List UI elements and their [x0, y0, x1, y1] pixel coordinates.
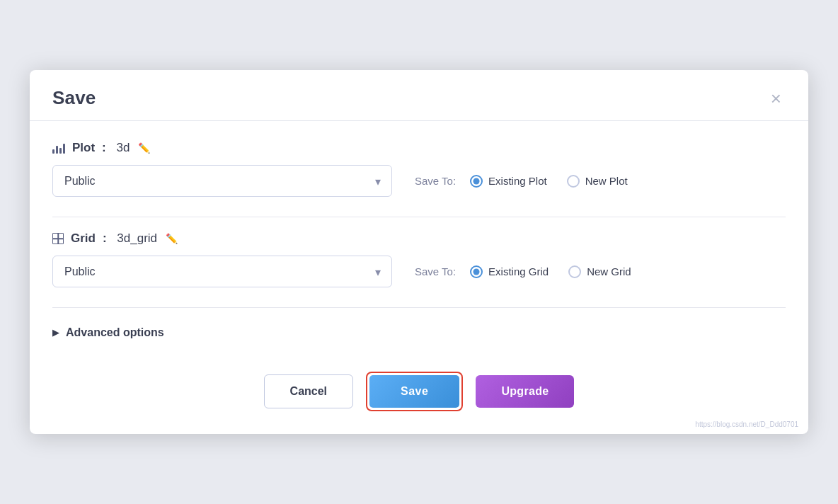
grid-edit-icon[interactable]: ✏️ — [166, 233, 178, 244]
advanced-options-label: Advanced options — [66, 326, 164, 339]
plot-existing-option[interactable]: Existing Plot — [470, 175, 547, 188]
dialog-title: Save — [52, 87, 96, 109]
plot-save-to-label: Save To: — [415, 175, 456, 187]
dialog-body: Plot: 3d ✏️ Public Private ▾ Save To: — [30, 121, 808, 360]
cancel-button[interactable]: Cancel — [264, 374, 353, 408]
grid-radio-group: Existing Grid New Grid — [470, 265, 631, 278]
save-button-wrapper: Save — [366, 372, 463, 411]
plot-radio-group: Existing Plot New Plot — [470, 175, 628, 188]
grid-icon — [52, 233, 64, 244]
plot-row-controls: Public Private ▾ Save To: Existing Plot — [52, 165, 786, 197]
plot-section-label: Plot: 3d ✏️ — [52, 141, 786, 155]
plot-save-to-group: Save To: Existing Plot New Plot — [415, 175, 786, 188]
grid-existing-option[interactable]: Existing Grid — [470, 265, 549, 278]
grid-save-to-group: Save To: Existing Grid New Grid — [415, 265, 786, 278]
grid-section: Grid: 3d_grid ✏️ Public Private ▾ Save T… — [52, 231, 786, 287]
plot-existing-label: Existing Plot — [488, 175, 547, 187]
dialog-footer: Cancel Save Upgrade — [30, 360, 808, 434]
watermark: https://blog.csdn.net/D_Ddd0701 — [695, 420, 798, 428]
plot-existing-radio[interactable] — [470, 175, 483, 188]
advanced-options-toggle[interactable]: ▶ Advanced options — [52, 322, 786, 343]
grid-new-label: New Grid — [587, 265, 631, 277]
plot-new-option[interactable]: New Plot — [567, 175, 628, 188]
grid-visibility-select[interactable]: Public Private — [52, 256, 392, 287]
grid-save-to-label: Save To: — [415, 265, 456, 277]
bar-chart-icon — [52, 142, 65, 154]
plot-edit-icon[interactable]: ✏️ — [138, 142, 150, 154]
close-button[interactable]: × — [767, 88, 786, 109]
grid-new-option[interactable]: New Grid — [568, 265, 631, 278]
grid-existing-label: Existing Grid — [488, 265, 549, 277]
plot-new-radio[interactable] — [567, 175, 580, 188]
grid-new-radio[interactable] — [568, 265, 581, 278]
save-dialog: Save × Plot: 3d ✏️ Public Private — [30, 70, 808, 434]
advanced-divider — [52, 307, 786, 308]
save-button[interactable]: Save — [369, 375, 459, 408]
plot-new-label: New Plot — [585, 175, 628, 187]
grid-label: Grid — [71, 231, 96, 246]
grid-row-controls: Public Private ▾ Save To: Existing Grid — [52, 256, 786, 287]
plot-visibility-select[interactable]: Public Private — [52, 165, 392, 197]
plot-label: Plot — [72, 141, 95, 155]
grid-name: 3d_grid — [117, 231, 157, 246]
plot-name: 3d — [117, 141, 130, 155]
section-divider — [52, 217, 786, 217]
plot-select-wrapper: Public Private ▾ — [52, 165, 392, 197]
grid-existing-radio[interactable] — [470, 265, 483, 278]
upgrade-button[interactable]: Upgrade — [476, 375, 574, 408]
grid-section-label: Grid: 3d_grid ✏️ — [52, 231, 786, 246]
grid-select-wrapper: Public Private ▾ — [52, 256, 392, 287]
triangle-icon: ▶ — [52, 328, 59, 338]
dialog-header: Save × — [30, 70, 808, 121]
plot-section: Plot: 3d ✏️ Public Private ▾ Save To: — [52, 141, 786, 197]
